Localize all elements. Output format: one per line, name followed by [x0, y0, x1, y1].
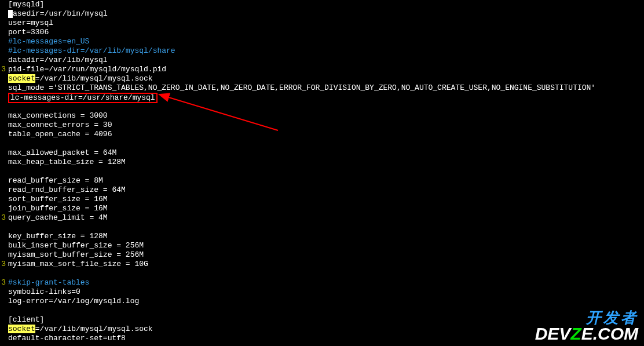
- code-text: log-error=/var/log/mysqld.log: [8, 297, 139, 305]
- line-content: max_allowed_packet = 64M: [6, 148, 116, 158]
- editor-line[interactable]: socket=/var/lib/mysql/mysql.sock: [0, 74, 644, 83]
- code-text: max_connect_errors = 30: [8, 121, 112, 129]
- code-text: default-character-set=utf8: [8, 334, 126, 343]
- code-text: key_buffer_size = 128M: [8, 232, 108, 241]
- editor-line[interactable]: default-character-set=utf8: [0, 334, 644, 343]
- code-text: datadir=/var/lib/mysql: [8, 56, 108, 64]
- editor-line[interactable]: [mysqld]: [0, 0, 644, 9]
- editor-line[interactable]: bulk_insert_buffer_size = 256M: [0, 241, 644, 250]
- line-content: pid-file=/var/run/mysqld/mysqld.pid: [6, 65, 166, 74]
- code-text: max_allowed_packet = 64M: [8, 148, 116, 157]
- comment-text: #skip-grant-tables: [8, 278, 89, 287]
- line-content: symbolic-links=0: [6, 287, 80, 297]
- search-highlight: socket: [8, 74, 35, 83]
- code-text: myisam_sort_buffer_size = 256M: [8, 250, 144, 259]
- line-number: 3: [0, 65, 6, 74]
- line-content: socket=/var/lib/mysql/mysql.sock: [6, 325, 153, 334]
- editor-line[interactable]: datadir=/var/lib/mysql: [0, 56, 644, 65]
- line-content: [mysqld]: [6, 0, 44, 9]
- code-text: =/var/lib/mysql/mysql.sock: [35, 74, 153, 83]
- line-content: #lc-messages-dir=/var/lib/mysql/share: [6, 46, 175, 56]
- editor-line[interactable]: [0, 102, 644, 111]
- code-text: user=mysql: [8, 19, 53, 27]
- code-text: table_open_cache = 4096: [8, 130, 112, 139]
- comment-text: #lc-messages-dir=/var/lib/mysql/share: [8, 46, 175, 55]
- code-text: asedir=/usr/bin/mysql: [13, 9, 108, 18]
- line-content: port=3306: [6, 28, 49, 37]
- code-text: query_cache_limit = 4M: [8, 213, 108, 222]
- editor-line[interactable]: read_rnd_buffer_size = 64M: [0, 185, 644, 195]
- line-content: read_rnd_buffer_size = 64M: [6, 185, 126, 195]
- line-number: 3: [0, 260, 6, 269]
- line-content: lc-messages-dir=/usr/share/mysql: [6, 93, 158, 103]
- editor-line[interactable]: symbolic-links=0: [0, 287, 644, 297]
- code-text: port=3306: [8, 28, 49, 37]
- line-content: myisam_sort_buffer_size = 256M: [6, 250, 144, 260]
- line-content: max_connect_errors = 30: [6, 121, 112, 130]
- editor-line[interactable]: #lc-messages-dir=/var/lib/mysql/share: [0, 46, 644, 56]
- editor-line[interactable]: [client]: [0, 315, 644, 325]
- editor-line[interactable]: max_connect_errors = 30: [0, 121, 644, 130]
- editor-line[interactable]: 3pid-file=/var/run/mysqld/mysqld.pid: [0, 65, 644, 74]
- editor-line[interactable]: [0, 223, 644, 232]
- line-content: key_buffer_size = 128M: [6, 232, 108, 241]
- line-content: datadir=/var/lib/mysql: [6, 56, 108, 65]
- code-text: sort_buffer_size = 16M: [8, 195, 108, 203]
- editor-line[interactable]: lc-messages-dir=/usr/share/mysql: [0, 93, 644, 102]
- text-cursor: [8, 10, 13, 18]
- line-content: default-character-set=utf8: [6, 334, 126, 343]
- editor-line[interactable]: max_heap_table_size = 128M: [0, 158, 644, 167]
- editor-line[interactable]: user=mysql: [0, 19, 644, 28]
- line-content: max_heap_table_size = 128M: [6, 158, 126, 167]
- editor-line[interactable]: [0, 139, 644, 148]
- line-content: user=mysql: [6, 19, 53, 28]
- editor-line[interactable]: join_buffer_size = 16M: [0, 204, 644, 213]
- highlighted-box: lc-messages-dir=/usr/share/mysql: [8, 93, 158, 103]
- line-content: sort_buffer_size = 16M: [6, 195, 108, 204]
- code-text: read_buffer_size = 8M: [8, 176, 103, 185]
- editor-line[interactable]: key_buffer_size = 128M: [0, 232, 644, 241]
- editor-line[interactable]: #lc-messages=en_US: [0, 37, 644, 46]
- line-content: query_cache_limit = 4M: [6, 213, 108, 223]
- editor-line[interactable]: max_connections = 3000: [0, 111, 644, 121]
- editor-line[interactable]: port=3306: [0, 28, 644, 37]
- search-highlight: socket: [8, 325, 35, 333]
- line-content: #lc-messages=en_US: [6, 37, 89, 46]
- terminal-editor[interactable]: [mysqld]asedir=/usr/bin/mysqluser=mysqlp…: [0, 0, 644, 346]
- line-content: bulk_insert_buffer_size = 256M: [6, 241, 144, 250]
- code-text: pid-file=/var/run/mysqld/mysqld.pid: [8, 65, 166, 74]
- code-text: myisam_max_sort_file_size = 10G: [8, 260, 148, 268]
- line-content: socket=/var/lib/mysql/mysql.sock: [6, 74, 153, 83]
- empty-line-tilde: ~: [0, 343, 644, 346]
- code-text: [client]: [8, 315, 44, 324]
- line-content: myisam_max_sort_file_size = 10G: [6, 260, 148, 269]
- editor-line[interactable]: socket=/var/lib/mysql/mysql.sock: [0, 325, 644, 334]
- code-text: max_connections = 3000: [8, 111, 108, 120]
- line-content: sql_mode ='STRICT_TRANS_TABLES,NO_ZERO_I…: [6, 83, 595, 93]
- editor-line[interactable]: 3myisam_max_sort_file_size = 10G: [0, 260, 644, 269]
- editor-line[interactable]: sort_buffer_size = 16M: [0, 195, 644, 204]
- editor-line[interactable]: asedir=/usr/bin/mysql: [0, 9, 644, 19]
- editor-line[interactable]: 3#skip-grant-tables: [0, 278, 644, 287]
- editor-line[interactable]: read_buffer_size = 8M: [0, 176, 644, 185]
- code-text: bulk_insert_buffer_size = 256M: [8, 241, 144, 250]
- editor-line[interactable]: myisam_sort_buffer_size = 256M: [0, 250, 644, 260]
- code-text: =/var/lib/mysql/mysql.sock: [35, 325, 153, 333]
- editor-line[interactable]: log-error=/var/log/mysqld.log: [0, 297, 644, 306]
- editor-line[interactable]: 3query_cache_limit = 4M: [0, 213, 644, 223]
- editor-line[interactable]: sql_mode ='STRICT_TRANS_TABLES,NO_ZERO_I…: [0, 83, 644, 93]
- code-text: [mysqld]: [8, 0, 44, 9]
- code-text: max_heap_table_size = 128M: [8, 158, 126, 166]
- editor-line[interactable]: table_open_cache = 4096: [0, 130, 644, 139]
- editor-line[interactable]: max_allowed_packet = 64M: [0, 148, 644, 158]
- line-content: table_open_cache = 4096: [6, 130, 112, 139]
- line-number: 3: [0, 213, 6, 223]
- comment-text: #lc-messages=en_US: [8, 37, 89, 46]
- code-text: sql_mode ='STRICT_TRANS_TABLES,NO_ZERO_I…: [8, 83, 595, 92]
- editor-line[interactable]: [0, 167, 644, 176]
- editor-line[interactable]: [0, 269, 644, 278]
- editor-line[interactable]: [0, 306, 644, 315]
- line-content: log-error=/var/log/mysqld.log: [6, 297, 139, 306]
- code-text: symbolic-links=0: [8, 287, 80, 296]
- line-content: read_buffer_size = 8M: [6, 176, 103, 185]
